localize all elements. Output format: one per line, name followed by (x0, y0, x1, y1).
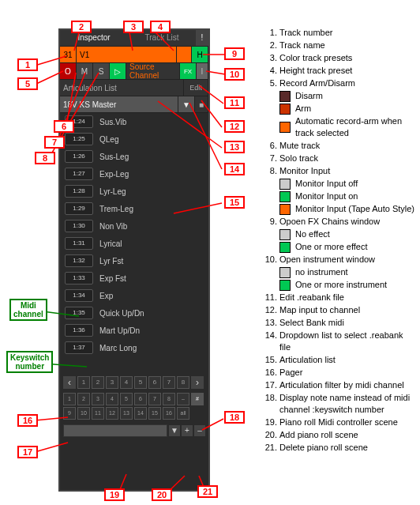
articulation-name: Lyrical (99, 239, 122, 248)
scene-add-button[interactable]: + (182, 425, 193, 436)
legend-item: Color track presets (279, 52, 415, 64)
filter-ch[interactable]: 1 (63, 393, 76, 405)
articulation-name: Marc Long (99, 344, 137, 352)
list-item[interactable]: 1:30Non Vib (60, 217, 208, 235)
list-item[interactable]: 1:36Mart Up/Dn (60, 322, 208, 339)
legend-item: Delete piano roll scene (279, 442, 415, 454)
list-item[interactable]: 1:32Lyr Fst (60, 252, 208, 269)
callout-5: 5 (17, 77, 38, 90)
filter-ch[interactable]: 4 (106, 393, 118, 405)
filter-ch[interactable]: 11 (92, 407, 104, 420)
articulation-list: 1:24Sus.Vib1:25QLeg1:26Sus-Leg1:27Exp-Le… (60, 113, 208, 374)
list-item[interactable]: 1:35Quick Up/Dn (60, 304, 208, 322)
callout-6: 6 (54, 120, 74, 133)
list-item[interactable]: 1:24Sus.Vib (60, 113, 208, 130)
articulation-name: Sus-Leg (99, 153, 129, 161)
filter-ch[interactable]: 10 (77, 407, 90, 420)
legend-item: Opoen FX Chains windowNo effectOne or mo… (279, 216, 415, 253)
keyswitch-badge: 1:26 (65, 150, 93, 163)
keyswitch-badge: 1:37 (65, 341, 93, 354)
scene-dropdown-icon[interactable]: ▼ (169, 425, 180, 436)
record-arm-button[interactable]: O (60, 63, 77, 79)
filter-ch[interactable]: 15 (148, 407, 161, 420)
pager-prev-button[interactable]: ‹ (63, 376, 76, 389)
legend-item: Monitor InputMonitor Input offMonitor In… (279, 165, 415, 215)
pager-page[interactable]: 8 (177, 376, 189, 389)
pager-page[interactable]: 2 (92, 376, 104, 389)
legend-item: Edit .reabank file (279, 292, 415, 303)
list-item[interactable]: 1:27Exp-Leg (60, 165, 208, 183)
color-swatch (279, 104, 291, 115)
filter-ch[interactable]: all (177, 407, 189, 420)
articulation-list-label: Articulation List (60, 80, 184, 96)
height-preset[interactable]: H (192, 47, 208, 62)
list-item[interactable]: 1:34Exp (60, 287, 208, 304)
pager-page[interactable]: 1 (77, 376, 90, 389)
map-input-button[interactable]: ■ (195, 96, 208, 112)
filter-ch[interactable]: 12 (106, 407, 118, 420)
filter-ch[interactable]: 3 (92, 393, 104, 405)
filter-ch[interactable]: 16 (163, 407, 175, 420)
track-name[interactable]: V1 (77, 47, 177, 62)
callout-14: 14 (224, 163, 245, 175)
callout-3: 3 (123, 21, 144, 33)
list-item[interactable]: 1:28Lyr-Leg (60, 183, 208, 200)
pager-page[interactable]: 4 (120, 376, 133, 389)
callout-12: 12 (224, 120, 245, 133)
mute-button[interactable]: M (77, 63, 93, 79)
edit-reabank-button[interactable]: Edit (184, 80, 208, 96)
color-preset[interactable] (177, 47, 192, 62)
filter-ch[interactable]: 6 (134, 393, 147, 405)
pager-next-button[interactable]: › (191, 376, 204, 389)
pager-page[interactable]: 5 (134, 376, 147, 389)
instrument-button[interactable]: I (197, 63, 208, 79)
filter-ch[interactable]: 7 (148, 393, 161, 405)
bank-dropdown-icon[interactable]: ▼ (178, 96, 195, 112)
keyswitch-badge: 1:30 (65, 220, 93, 232)
color-swatch (279, 267, 291, 278)
keyswitch-badge: 1:33 (65, 272, 93, 285)
list-item[interactable]: 1:31Lyrical (60, 235, 208, 252)
bank-select[interactable]: 18V KS Master (60, 96, 178, 112)
tab-inspector[interactable]: Inspector (60, 30, 128, 46)
filter-ch[interactable]: 2 (77, 393, 90, 405)
articulation-name: Quick Up/Dn (99, 309, 144, 318)
list-item[interactable]: 1:37Marc Long (60, 339, 208, 356)
fx-button[interactable]: FX (180, 63, 197, 79)
pager-page[interactable]: 3 (106, 376, 118, 389)
filter-dash[interactable]: – (177, 393, 189, 405)
legend-sub-text: No effect (295, 228, 330, 240)
articulation-name: Sus.Vib (99, 118, 126, 126)
tab-excl[interactable]: ! (196, 30, 208, 46)
articulation-name: Mart Up/Dn (99, 326, 140, 335)
articulation-header: Articulation List Edit (60, 80, 208, 96)
filter-ch[interactable]: 8 (163, 393, 175, 405)
list-item[interactable]: 1:29Trem-Leg (60, 200, 208, 217)
source-channel[interactable]: Source Channel (126, 63, 180, 79)
legend-item: Add piano roll scene (279, 429, 415, 441)
filter-ch[interactable]: 5 (120, 393, 133, 405)
bank-row: 18V KS Master ▼ ■ (60, 96, 208, 113)
legend-sub: no instrument (279, 266, 415, 278)
track-controls: O M S ▷ Source Channel FX I (60, 63, 208, 80)
legend-sub: Monitor Input on (279, 190, 415, 202)
scene-delete-button[interactable]: – (194, 425, 205, 436)
legend-item: Record Arm/DisarmDisarmArmAutomatic reco… (279, 77, 415, 139)
pager-page[interactable]: 6 (148, 376, 161, 389)
filter-ch[interactable]: 9 (63, 407, 76, 420)
list-item[interactable]: 1:25QLeg (60, 130, 208, 148)
solo-button[interactable]: S (93, 63, 110, 79)
filter-ch[interactable]: 14 (134, 407, 147, 420)
keyswitch-badge: 1:29 (65, 202, 93, 215)
list-item[interactable]: 1:33Exp Fst (60, 269, 208, 287)
list-item[interactable]: 1:26Sus-Leg (60, 148, 208, 165)
legend-sub-text: One or more effect (295, 241, 368, 253)
filter-ch[interactable]: 13 (120, 407, 133, 420)
piano-roll-scene[interactable] (63, 424, 167, 437)
monitor-input-button[interactable]: ▷ (110, 63, 126, 79)
note-name-toggle[interactable]: # (191, 393, 204, 405)
callout-13: 13 (224, 141, 245, 153)
legend-item: Mute track (279, 140, 415, 152)
keyswitch-badge: 1:32 (65, 254, 93, 267)
pager-page[interactable]: 7 (163, 376, 175, 389)
